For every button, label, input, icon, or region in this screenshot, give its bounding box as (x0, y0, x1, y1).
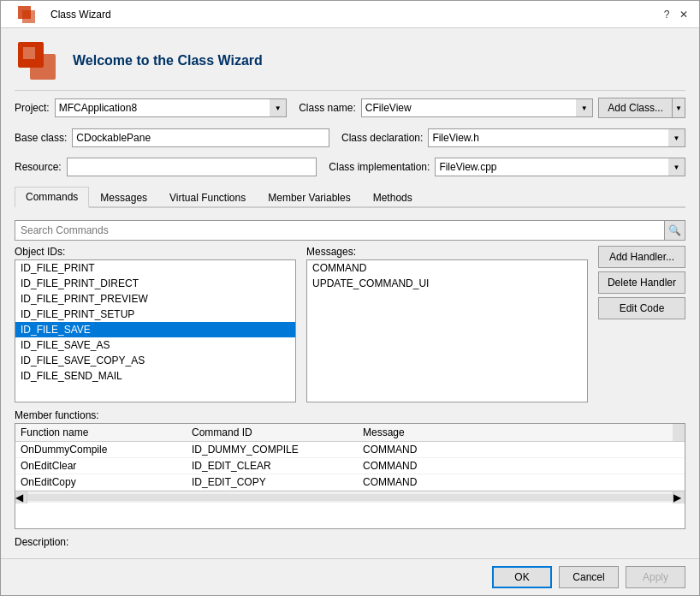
close-button[interactable]: ✕ (677, 8, 691, 21)
table-row[interactable]: OnDummyCompile ID_DUMMY_COMPILE COMMAND (15, 442, 685, 458)
cell-command-id: ID_EDIT_COPY (187, 474, 358, 491)
description-section: Description: (15, 536, 685, 548)
dialog-body: Welcome to the Class Wizard Project: MFC… (1, 28, 699, 558)
app-icon (9, 0, 44, 32)
tab-member-variables[interactable]: Member Variables (257, 187, 361, 208)
description-label: Description: (15, 536, 68, 548)
mid-fields: Base class: Class declaration: FileView.… (15, 128, 685, 147)
member-functions-label: Member functions: (15, 409, 685, 421)
list-item[interactable]: ID_FILE_SAVE_AS (15, 337, 295, 353)
wizard-logo (15, 39, 59, 83)
scroll-right-btn[interactable]: ▶ (673, 492, 685, 504)
add-class-dropdown-button[interactable]: ▼ (672, 98, 685, 118)
base-class-label: Base class: (15, 132, 67, 144)
edit-code-button[interactable]: Edit Code (598, 297, 685, 319)
class-declaration-label: Class declaration: (341, 132, 423, 144)
table-row[interactable]: OnEditClear ID_EDIT_CLEAR COMMAND (15, 458, 685, 474)
list-item-selected[interactable]: ID_FILE_SAVE (15, 322, 295, 337)
cell-message: COMMAND (358, 442, 673, 458)
class-implementation-label: Class implementation: (329, 161, 430, 173)
project-select-wrapper: MFCApplication8 ▼ (55, 98, 287, 117)
list-item[interactable]: ID_FILE_SEND_MAIL (15, 368, 295, 384)
list-item[interactable]: ID_FILE_PRINT_DIRECT (15, 276, 295, 291)
class-wizard-logo (15, 39, 59, 83)
tab-commands[interactable]: Commands (15, 187, 89, 208)
delete-handler-button[interactable]: Delete Handler (598, 271, 685, 294)
search-row: 🔍 (15, 220, 685, 241)
class-declaration-wrapper: FileView.h ▼ (428, 128, 685, 147)
help-button[interactable]: ? (660, 8, 673, 21)
add-class-button[interactable]: Add Class... (598, 98, 672, 118)
bot-fields: Resource: Class implementation: FileView… (15, 158, 685, 176)
tab-bar: Commands Messages Virtual Functions Memb… (15, 187, 685, 208)
class-wizard-dialog: Class Wizard ? ✕ Welcome to the Class Wi… (0, 0, 700, 596)
class-name-select[interactable]: CFileView (361, 98, 593, 117)
table-row[interactable]: OnEditCopy ID_EDIT_COPY COMMAND (15, 474, 685, 491)
class-implementation-wrapper: FileView.cpp ▼ (435, 158, 685, 176)
resource-label: Resource: (15, 161, 62, 173)
cell-command-id: ID_DUMMY_COMPILE (187, 442, 358, 458)
tab-messages[interactable]: Messages (89, 187, 158, 208)
cell-command-id: ID_EDIT_CLEAR (187, 458, 358, 474)
header-section: Welcome to the Class Wizard (15, 39, 685, 91)
tab-virtual-functions[interactable]: Virtual Functions (158, 187, 257, 208)
object-ids-list[interactable]: ID_FILE_PRINT ID_FILE_PRINT_DIRECT ID_FI… (15, 259, 296, 402)
col-message: Message (358, 424, 673, 442)
footer-buttons: OK Cancel Apply (1, 558, 699, 595)
title-bar-controls: ? ✕ (660, 8, 691, 21)
scroll-track (27, 494, 673, 501)
scroll-header (673, 424, 685, 442)
lists-and-buttons: Object IDs: ID_FILE_PRINT ID_FILE_PRINT_… (15, 246, 685, 402)
list-item[interactable]: ID_FILE_PRINT_PREVIEW (15, 291, 295, 307)
project-select[interactable]: MFCApplication8 (55, 98, 287, 117)
svg-marker-2 (22, 10, 35, 23)
base-class-input[interactable] (72, 128, 329, 147)
cell-scroll (673, 442, 685, 458)
scroll-left-btn[interactable]: ◀ (15, 492, 27, 504)
ok-button[interactable]: OK (492, 566, 552, 588)
class-declaration-select[interactable]: FileView.h (428, 128, 685, 147)
lists-row: Object IDs: ID_FILE_PRINT ID_FILE_PRINT_… (15, 246, 588, 402)
add-handler-button[interactable]: Add Handler... (598, 246, 685, 268)
top-fields: Project: MFCApplication8 ▼ Class name: C… (15, 98, 685, 118)
messages-list[interactable]: COMMAND UPDATE_COMMAND_UI (306, 259, 588, 402)
title-bar-left: Class Wizard (9, 0, 111, 32)
list-item[interactable]: ID_FILE_SAVE_COPY_AS (15, 353, 295, 368)
cell-scroll (673, 474, 685, 491)
member-table-container[interactable]: Function name Command ID Message OnDummy… (15, 423, 685, 529)
cell-function: OnEditCopy (15, 474, 187, 491)
col-function-name: Function name (15, 424, 187, 442)
dialog-title: Class Wizard (50, 9, 111, 21)
class-name-label: Class name: (299, 102, 356, 114)
search-input[interactable] (15, 220, 665, 241)
apply-button[interactable]: Apply (626, 566, 685, 588)
title-bar: Class Wizard ? ✕ (1, 1, 699, 28)
resource-input[interactable] (67, 158, 317, 176)
cancel-button[interactable]: Cancel (559, 566, 619, 588)
member-functions-table: Function name Command ID Message OnDummy… (15, 424, 685, 491)
cell-message: COMMAND (358, 458, 673, 474)
horizontal-scrollbar[interactable]: ◀ ▶ (15, 491, 685, 503)
col-command-id: Command ID (187, 424, 358, 442)
list-item[interactable]: UPDATE_COMMAND_UI (307, 276, 587, 291)
class-implementation-select[interactable]: FileView.cpp (435, 158, 685, 176)
cell-scroll (673, 458, 685, 474)
object-ids-label: Object IDs: (15, 246, 296, 258)
list-item[interactable]: COMMAND (307, 260, 587, 276)
search-button[interactable]: 🔍 (665, 220, 685, 241)
tab-methods[interactable]: Methods (362, 187, 424, 208)
messages-label: Messages: (306, 246, 588, 258)
cell-function: OnEditClear (15, 458, 187, 474)
messages-col: Messages: COMMAND UPDATE_COMMAND_UI (306, 246, 588, 402)
cell-message: COMMAND (358, 474, 673, 491)
add-class-split: Add Class... ▼ (598, 98, 685, 118)
member-functions-section: Member functions: Function name Command … (15, 409, 685, 529)
class-name-select-wrapper: CFileView ▼ (361, 98, 593, 117)
commands-panel: 🔍 Object IDs: ID_FILE_PRINT ID_FILE_PRIN… (15, 220, 685, 402)
cell-function: OnDummyCompile (15, 442, 187, 458)
list-item[interactable]: ID_FILE_PRINT_SETUP (15, 307, 295, 322)
list-item[interactable]: ID_FILE_PRINT (15, 260, 295, 276)
wizard-title: Welcome to the Class Wizard (73, 53, 263, 69)
project-label: Project: (15, 102, 50, 114)
object-ids-col: Object IDs: ID_FILE_PRINT ID_FILE_PRINT_… (15, 246, 296, 402)
